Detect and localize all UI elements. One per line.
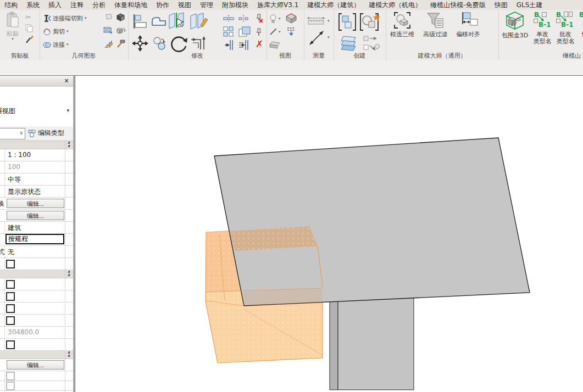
edit-type-button[interactable]: 编辑类型 [28, 127, 72, 139]
type-selector[interactable]: 维视图 ▾ [0, 87, 73, 127]
rotate-icon[interactable] [169, 33, 188, 54]
box-select-3d-button[interactable]: 框选三维 [387, 11, 418, 38]
bounding-box-3d-button[interactable]: 包围盒3D [501, 11, 529, 39]
section-header-extents[interactable]: ∧∧ [0, 270, 73, 278]
tab-massing-site[interactable]: 体量和场地 [110, 1, 152, 10]
tab-addins[interactable]: 附加模块 [218, 1, 253, 10]
joint-cut-dropdown-icon[interactable]: ▾ [85, 16, 87, 20]
split-element-icon[interactable] [168, 12, 187, 30]
align-dim-icon[interactable] [223, 14, 234, 23]
tab-systems[interactable]: 系统 [22, 1, 44, 10]
join-geometry-dropdown-icon[interactable]: ▾ [66, 43, 69, 47]
toggle-reveal-icon[interactable] [269, 14, 277, 23]
solid-cube-icon[interactable] [116, 13, 125, 21]
tab-view[interactable]: 视图 [174, 1, 196, 10]
collapse-icon[interactable]: ∧∧ [67, 270, 70, 277]
tab-analyze[interactable]: 分析 [88, 1, 110, 10]
palette-title-bar[interactable]: ✕ [0, 76, 73, 87]
show-hidden-lines-input[interactable] [5, 234, 64, 244]
panel-view-label[interactable]: 视图 [266, 52, 304, 60]
tab-modeling-master-mep[interactable]: 建模大师（机电） [364, 1, 426, 10]
tab-modeling-master-arch[interactable]: 建模大师（建筑） [303, 1, 364, 10]
roof-slab[interactable] [214, 138, 530, 306]
advanced-filter-button[interactable]: 高级过滤 [420, 11, 451, 38]
face-split-icon[interactable] [104, 13, 113, 21]
dimension-diagonal-icon[interactable] [308, 30, 325, 46]
view-box-icon[interactable] [269, 41, 281, 49]
measure-dropdown-icon[interactable]: ▾ [327, 19, 330, 23]
paste-dropdown-icon[interactable]: ▾ [12, 37, 14, 41]
sun-path-checkbox[interactable] [6, 260, 15, 268]
panel-geometry-label[interactable]: 几何图形 [40, 52, 128, 60]
section-header-camera[interactable]: ∧∧ [0, 351, 73, 359]
copy-element-icon[interactable] [152, 36, 167, 51]
single-rename-type-button[interactable]: B B-1 单改 类型名 [531, 11, 553, 45]
delete-icon[interactable]: ✗ [256, 41, 263, 48]
thin-lines-dropdown-icon[interactable]: ▾ [279, 30, 281, 34]
collapse-icon[interactable]: ∧∧ [67, 351, 70, 357]
graphic-display-edit-button[interactable]: 编辑... [7, 211, 64, 220]
orient-cube-icon[interactable] [116, 26, 126, 35]
offset-align-button[interactable]: 偏移对齐 [452, 11, 485, 38]
annotation-crop-checkbox[interactable] [6, 304, 15, 313]
thin-lines-icon[interactable] [269, 27, 277, 36]
floor-planes-icon[interactable] [339, 34, 359, 52]
tab-manage[interactable]: 管理 [196, 1, 218, 10]
type-properties-brush-icon[interactable] [25, 35, 34, 44]
quick-button[interactable]: B 快 [576, 11, 583, 38]
dimension-dropdown-icon[interactable]: ▾ [327, 36, 330, 40]
align-icon[interactable] [132, 13, 148, 30]
split-with-gap-icon[interactable] [190, 12, 208, 30]
demolish-hammer-icon[interactable] [116, 40, 126, 48]
far-clip-checkbox[interactable] [6, 316, 15, 325]
hidden-lines-icon[interactable] [286, 26, 296, 36]
section-box-checkbox[interactable] [6, 340, 15, 349]
panel-mm-common-label[interactable]: 建模大师（通用） [386, 52, 498, 60]
column-side-face[interactable] [330, 299, 338, 390]
copy-icon[interactable] [25, 24, 34, 32]
panel-olive-mountain-label[interactable]: 橄榄山 [498, 52, 583, 60]
tab-quick-draw[interactable]: 快图 [490, 1, 512, 10]
beam-join-icon[interactable] [238, 40, 251, 51]
panel-create-label[interactable]: 创建 [334, 52, 386, 60]
prop-discipline[interactable]: 建筑 [0, 222, 73, 234]
create-similar-icon[interactable] [359, 13, 380, 31]
reveal-dropdown-icon[interactable]: ▾ [279, 17, 281, 21]
close-icon[interactable]: ✕ [62, 77, 71, 85]
tab-gls[interactable]: GLS土建 [512, 1, 547, 10]
collapse-icon[interactable]: ∧∧ [67, 141, 70, 148]
cope-icon[interactable] [151, 14, 167, 29]
align-dim-small-icon[interactable] [238, 14, 248, 23]
tab-insert[interactable]: 插入 [44, 1, 66, 10]
paste-button[interactable]: 粘贴 ▾ [3, 12, 22, 41]
edit-profile-icon[interactable] [104, 40, 113, 48]
prop-parts-visibility[interactable]: 显示原状态 [0, 186, 73, 198]
prop-detail-level[interactable]: 中等 [0, 173, 73, 186]
element-filter-combo[interactable]: ∨ [0, 128, 25, 139]
crop-region-checkbox[interactable] [6, 292, 15, 301]
locked-orientation-checkbox[interactable] [6, 372, 15, 380]
section-header-graphics[interactable]: ∧∧ [0, 141, 73, 149]
tab-annotate[interactable]: 注释 [66, 1, 88, 10]
component-arrow-icon[interactable] [363, 44, 380, 51]
column-front-face[interactable] [338, 296, 414, 390]
cut-icon[interactable]: ✂ [25, 13, 31, 21]
tab-family-master[interactable]: 族库大师V3.1 [253, 1, 303, 10]
prop-default-display-style[interactable]: 式 无 [0, 246, 73, 258]
measure-ruler-icon[interactable] [307, 16, 325, 25]
tab-structure[interactable]: 结构 [0, 1, 22, 10]
pin-icon[interactable] [255, 27, 263, 37]
tab-collaborate[interactable]: 协作 [152, 1, 174, 10]
crop-view-checkbox[interactable] [6, 280, 15, 289]
wall-join-icon[interactable] [224, 40, 235, 51]
wall-sweep-icon[interactable] [103, 26, 112, 35]
join-geometry-button[interactable]: 连接 ▾ [43, 41, 69, 49]
type-selector-dropdown-icon[interactable]: ▾ [66, 108, 69, 113]
rendering-settings-edit-button[interactable]: 编辑... [7, 360, 64, 369]
tab-olive-mountain[interactable]: 橄榄山快模-免费版 [426, 1, 490, 10]
default-3d-view-icon[interactable] [285, 13, 297, 24]
panel-modify-label[interactable]: 修改 [128, 52, 266, 60]
vg-overrides-edit-button[interactable]: 编辑... [7, 199, 64, 208]
legend-component-icon[interactable] [363, 35, 380, 42]
panel-measure-label[interactable]: 测量 [304, 52, 334, 60]
